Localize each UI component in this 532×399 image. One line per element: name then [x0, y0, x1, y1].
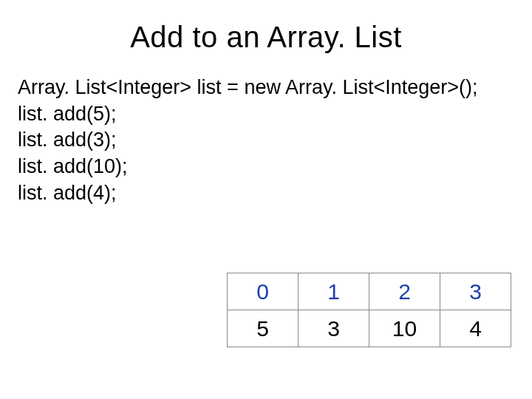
array-visualization: 0 1 2 3 5 3 10 4: [227, 273, 511, 347]
value-cell: 3: [299, 310, 369, 347]
value-cell: 4: [440, 310, 511, 347]
slide-title: Add to an Array. List: [18, 21, 514, 54]
index-cell: 1: [299, 273, 369, 310]
value-row: 5 3 10 4: [228, 310, 511, 347]
code-line-2: list. add(5);: [18, 101, 514, 128]
index-cell: 3: [440, 273, 511, 310]
code-block: Array. List<Integer> list = new Array. L…: [18, 75, 514, 206]
code-line-3: list. add(3);: [18, 127, 514, 154]
value-cell: 5: [228, 310, 299, 347]
code-line-5: list. add(4);: [18, 180, 514, 207]
array-table: 0 1 2 3 5 3 10 4: [227, 273, 511, 347]
index-cell: 2: [369, 273, 440, 310]
value-cell: 10: [369, 310, 440, 347]
code-line-4: list. add(10);: [18, 154, 514, 180]
slide: Add to an Array. List Array. List<Intege…: [0, 0, 532, 399]
index-cell: 0: [228, 273, 299, 310]
code-line-1: Array. List<Integer> list = new Array. L…: [18, 75, 514, 101]
index-row: 0 1 2 3: [228, 273, 511, 310]
